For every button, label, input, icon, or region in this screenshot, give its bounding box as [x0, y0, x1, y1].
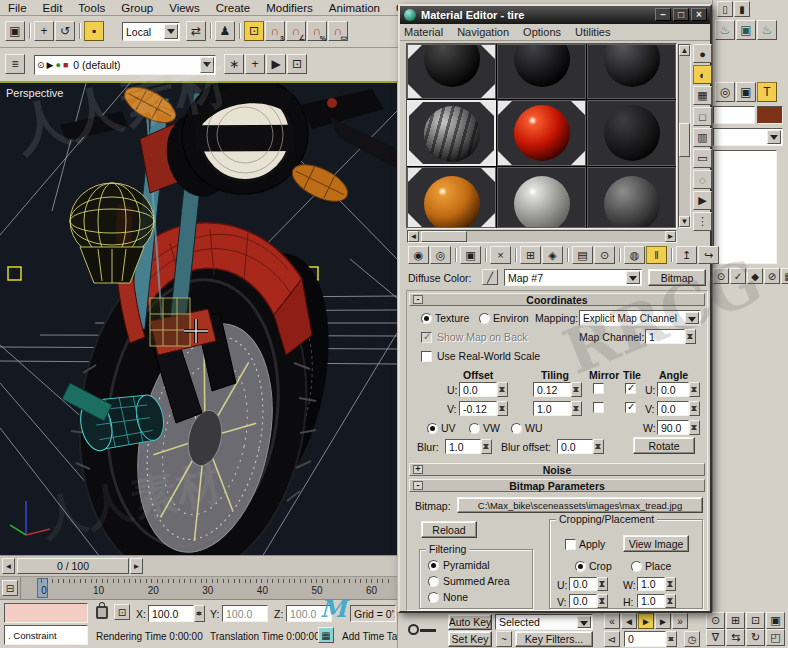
minimize-button[interactable]: –: [655, 8, 671, 21]
me-menu-navigation[interactable]: Navigation: [453, 26, 519, 38]
key-filters-button[interactable]: Key Filters...: [515, 631, 593, 647]
map-channel-field[interactable]: 1: [645, 329, 685, 344]
transform-y-field[interactable]: 100.0: [222, 605, 268, 622]
slots-vertical-scrollbar[interactable]: ▲ ▼: [678, 44, 691, 228]
environ-radio[interactable]: [479, 313, 490, 324]
rotate-button[interactable]: Rotate: [633, 437, 695, 454]
use-pivot-point-center-icon[interactable]: ⊡: [244, 21, 264, 41]
collapse-icon[interactable]: -: [413, 481, 423, 490]
bitmap-path-button[interactable]: C:\Max_bike\sceneassets\images\max_tread…: [457, 497, 703, 513]
quick-render-icon[interactable]: ♨: [757, 20, 777, 40]
wireframe-box[interactable]: [150, 298, 190, 346]
map-channel-spinner[interactable]: [685, 329, 696, 344]
me-menu-utilities[interactable]: Utilities: [571, 26, 620, 38]
get-material-icon[interactable]: ◉: [408, 246, 429, 264]
background-icon[interactable]: ▦: [693, 86, 712, 105]
rendered-frame-window-icon[interactable]: ▣: [736, 20, 756, 40]
previous-frame-button[interactable]: ◄: [621, 613, 637, 629]
current-frame-spinner[interactable]: [666, 631, 677, 647]
use-real-world-scale-checkbox[interactable]: [421, 351, 432, 362]
menu-views[interactable]: Views: [161, 1, 207, 15]
layer-render-icon[interactable]: ●: [55, 60, 60, 70]
reload-button[interactable]: Reload: [421, 521, 477, 538]
toolbar-overflow-icon-b[interactable]: ▮: [734, 1, 750, 17]
show-map-in-viewport-icon[interactable]: ◍: [624, 246, 645, 264]
create-new-layer-icon[interactable]: ∗: [224, 54, 244, 74]
v-tiling-field[interactable]: 1.0: [533, 401, 571, 416]
uv-radio[interactable]: [427, 423, 438, 434]
set-key-button[interactable]: Set Key: [448, 631, 492, 647]
layer-hide-icon[interactable]: ⊙: [37, 60, 45, 70]
menu-file[interactable]: File: [0, 1, 35, 15]
place-radio[interactable]: [631, 561, 642, 572]
u-mirror-checkbox[interactable]: [593, 383, 604, 394]
menu-edit[interactable]: Edit: [35, 1, 71, 15]
assign-material-to-selection-icon[interactable]: ▣: [460, 246, 481, 264]
open-mini-curve-editor-icon[interactable]: ⊟: [2, 580, 18, 596]
menu-modifiers[interactable]: Modifiers: [258, 1, 321, 15]
go-to-end-button[interactable]: »: [672, 613, 688, 629]
play-animation-button[interactable]: ►: [638, 613, 654, 629]
scroll-left-icon[interactable]: ◄: [408, 231, 419, 242]
expand-icon[interactable]: +: [413, 465, 423, 474]
zoom-extents-all-button[interactable]: ▣: [766, 612, 785, 629]
select-objects-in-layer-icon[interactable]: ▶: [266, 54, 286, 74]
material-slot-4[interactable]: [407, 100, 496, 166]
time-slider-thumb[interactable]: 0 / 100: [17, 558, 129, 574]
view-image-button[interactable]: View Image: [623, 535, 689, 552]
material-editor-options-icon[interactable]: ◌: [693, 170, 712, 189]
material-slot-6[interactable]: [587, 100, 676, 166]
reset-map-icon[interactable]: ×: [490, 246, 511, 264]
video-color-check-icon[interactable]: ▥: [693, 128, 712, 147]
blur-offset-spinner[interactable]: [593, 439, 604, 454]
menu-tools[interactable]: Tools: [70, 1, 113, 15]
select-and-manipulate-icon[interactable]: ♟: [215, 21, 235, 41]
v-angle-spinner[interactable]: [689, 401, 700, 416]
filtering-radio-none[interactable]: [428, 592, 439, 603]
layer-manager-icon[interactable]: ≡: [5, 54, 25, 74]
select-and-uniform-scale-icon[interactable]: ▪: [84, 21, 104, 41]
time-slider-next-icon[interactable]: ►: [130, 558, 143, 574]
pin-stack-icon[interactable]: ⊙: [713, 268, 729, 284]
material-id-channel-icon[interactable]: ⊙: [594, 246, 615, 264]
add-time-tag[interactable]: Add Time Tag: [342, 631, 403, 642]
crop-v-field[interactable]: 0.0: [569, 594, 597, 608]
crop-radio[interactable]: [575, 561, 586, 572]
crop-h-spinner[interactable]: [665, 594, 676, 608]
add-selection-to-layer-icon[interactable]: +: [245, 54, 265, 74]
make-material-copy-icon[interactable]: ⊞: [520, 246, 541, 264]
v-angle-field[interactable]: 0.0: [657, 401, 689, 416]
map-name-dropdown[interactable]: Map #7: [504, 269, 642, 286]
me-menu-material[interactable]: Material: [400, 26, 453, 38]
bitmap-parameters-rollout-header[interactable]: - Bitmap Parameters: [409, 479, 705, 492]
menu-create[interactable]: Create: [208, 1, 259, 15]
go-to-parent-icon[interactable]: ↥: [676, 246, 697, 264]
time-configuration-button[interactable]: ◷: [684, 631, 700, 647]
blur-offset-field[interactable]: 0.0: [557, 439, 593, 454]
u-tile-checkbox[interactable]: [625, 383, 636, 394]
modifier-list-dropdown[interactable]: [713, 128, 783, 146]
map-type-button[interactable]: Bitmap: [648, 269, 706, 286]
material-slot-9[interactable]: [587, 167, 676, 228]
blur-field[interactable]: 1.0: [445, 439, 481, 454]
dropdown-arrow-icon[interactable]: [164, 24, 178, 39]
transform-z-field[interactable]: 100.0: [286, 605, 332, 622]
object-name-field[interactable]: [713, 106, 755, 124]
u-angle-field[interactable]: 0.0: [657, 382, 689, 397]
w-angle-spinner[interactable]: [689, 420, 700, 435]
tab-utilities[interactable]: T: [757, 82, 777, 102]
rectangular-selection-region-icon[interactable]: ▣: [5, 21, 25, 41]
snaps-toggle-icon[interactable]: ∩3: [265, 21, 285, 41]
v-offset-spinner[interactable]: [497, 401, 508, 416]
noise-rollout-header[interactable]: + Noise: [409, 463, 705, 476]
u-offset-field[interactable]: 0.0: [459, 382, 497, 397]
time-slider-prev-icon[interactable]: ◄: [2, 558, 15, 574]
show-map-on-back-checkbox[interactable]: [421, 332, 432, 343]
v-offset-field[interactable]: -0.12: [459, 401, 497, 416]
u-offset-spinner[interactable]: [497, 382, 508, 397]
v-tiling-spinner[interactable]: [571, 401, 582, 416]
dropdown-arrow-icon[interactable]: [767, 130, 781, 144]
zoom-button[interactable]: ⊙: [706, 612, 725, 629]
put-to-library-icon[interactable]: ▤: [572, 246, 593, 264]
transform-x-field[interactable]: 100.0: [148, 605, 194, 622]
